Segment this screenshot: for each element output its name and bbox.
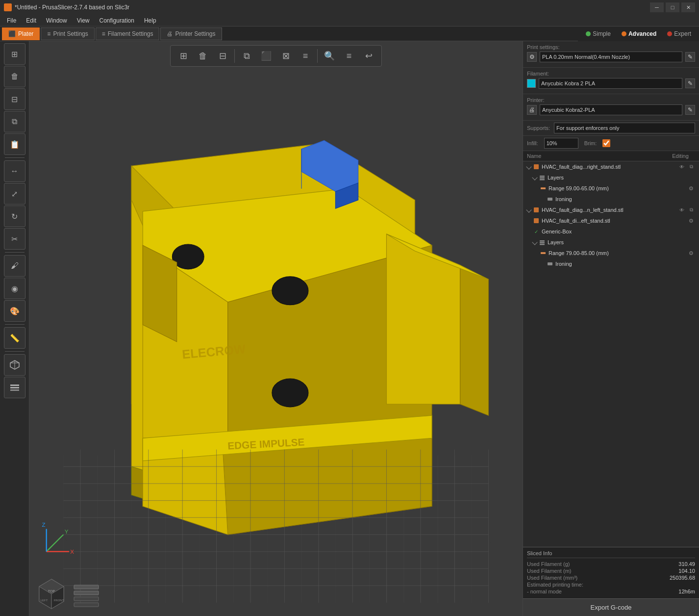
vp-copy-button[interactable]: ⧉ <box>238 48 255 64</box>
svg-rect-76 <box>548 198 552 201</box>
tree-item-layers-2[interactable]: Layers <box>523 237 699 248</box>
tree-item-range-1[interactable]: Range 59.00-65.00 (mm) ⚙ <box>523 183 699 194</box>
tab-plater[interactable]: ⬛ Plater <box>2 27 40 40</box>
cut-tool-button[interactable]: ✂ <box>4 228 25 250</box>
copy-btn-2[interactable] <box>687 206 695 214</box>
brim-checkbox[interactable] <box>602 139 610 147</box>
visibility-toggle-1[interactable] <box>678 163 686 171</box>
printer-edit-icon[interactable]: ✎ <box>685 105 695 115</box>
print-settings-row: ⚙ PLA 0.20mm Normal(0.4mm Nozzle) ✎ <box>527 51 695 62</box>
range-gear-1[interactable]: ⚙ <box>687 184 695 192</box>
menu-file[interactable]: File <box>2 16 21 25</box>
3d-view-button[interactable] <box>4 354 25 376</box>
svg-rect-66 <box>74 585 99 589</box>
print-time-mode-label: - normal mode <box>527 589 562 594</box>
tab-plater-label: Plater <box>18 30 33 37</box>
menu-help[interactable]: Help <box>139 16 161 25</box>
close-button[interactable]: ✕ <box>681 2 695 12</box>
paste-button[interactable]: 📋 <box>4 133 25 155</box>
ironing-label-2: Ironing <box>555 261 695 267</box>
tab-printer-settings[interactable]: 🖨 Printer Settings <box>160 27 222 40</box>
copy-btn-1[interactable] <box>687 163 695 171</box>
tree-item-subobj1[interactable]: HVAC_fault_di...eft_stand.stl ⚙ <box>523 215 699 226</box>
range-gear-2[interactable]: ⚙ <box>687 249 695 257</box>
fdm-paint-button[interactable]: 🎨 <box>4 300 25 322</box>
layers-label-2: Layers <box>548 239 695 245</box>
tree-item-ironing-1[interactable]: Ironing <box>523 194 699 205</box>
nav-cube-3d[interactable]: TOP LEFT FRONT <box>34 577 69 611</box>
support-paint-button[interactable]: 🖌 <box>4 255 25 277</box>
filament-edit-icon[interactable]: ✎ <box>685 78 695 88</box>
sliced-info-title: Sliced Info <box>527 550 695 558</box>
printer-select[interactable]: Anycubic Kobra2-PLA <box>540 104 682 115</box>
titlebar: *Untitled - PrusaSlicer-2.7.4 based on S… <box>0 0 699 15</box>
visibility-toggle-2[interactable] <box>678 206 686 214</box>
tab-print-settings[interactable]: ≡ Print Settings <box>41 27 94 40</box>
plater-icon: ⬛ <box>8 30 16 37</box>
menu-configuration[interactable]: Configuration <box>95 16 139 25</box>
maximize-button[interactable]: □ <box>666 2 679 12</box>
vp-instances-button[interactable]: ⬛ <box>257 48 275 64</box>
tree-item-ironing-2[interactable]: Ironing <box>523 258 699 269</box>
arrange-button[interactable]: ⊟ <box>4 88 25 110</box>
tab-filament-settings[interactable]: ≡ Filament Settings <box>96 27 160 40</box>
layers-label-1: Layers <box>548 175 695 180</box>
mode-advanced-button[interactable]: Advanced <box>618 29 660 38</box>
menu-window[interactable]: Window <box>41 16 72 25</box>
vp-undo-button[interactable]: ↩ <box>360 48 377 64</box>
tree-item-hvac-left[interactable]: HVAC_fault_diag...n_left_stand.stl <box>523 205 699 215</box>
filament-color-swatch[interactable] <box>527 79 536 88</box>
tree-item-range-2[interactable]: Range 79.00-85.00 (mm) ⚙ <box>523 248 699 258</box>
filament-g-row: Used Filament (g) 310.49 <box>527 561 695 567</box>
printer-section: Printer: 🖨 Anycubic Kobra2-PLA ✎ <box>523 94 699 121</box>
vp-arrange-button[interactable]: ⊟ <box>214 48 231 64</box>
add-object-button[interactable]: ⊞ <box>4 43 25 65</box>
menu-edit[interactable]: Edit <box>21 16 41 25</box>
tree-item-layers-1[interactable]: Layers <box>523 172 699 183</box>
delete-object-button[interactable]: 🗑 <box>4 66 25 87</box>
seam-paint-button[interactable]: ◉ <box>4 278 25 299</box>
filament-mm3-row: Used Filament (mm³) 250395.68 <box>527 575 695 581</box>
vp-split-button[interactable]: ⊠ <box>277 48 295 64</box>
rotate-tool-button[interactable]: ↻ <box>4 205 25 227</box>
scale-tool-button[interactable]: ⤢ <box>4 183 25 205</box>
mode-simple-button[interactable]: Simple <box>582 29 615 38</box>
layers-panel-icon[interactable] <box>72 579 101 609</box>
ironing-icon-2 <box>547 260 553 267</box>
printer-icon: 🖨 <box>527 105 537 115</box>
filament-select[interactable]: Anycubic Kobra 2 PLA <box>539 78 682 89</box>
filament-g-label: Used Filament (g) <box>527 561 570 567</box>
mode-expert-button[interactable]: Expert <box>663 29 695 38</box>
print-settings-select[interactable]: PLA 0.20mm Normal(0.4mm Nozzle) <box>540 51 682 62</box>
infill-select[interactable]: 10% <box>544 138 578 149</box>
vp-add-button[interactable]: ⊞ <box>175 48 192 64</box>
print-settings-edit-icon[interactable]: ✎ <box>685 52 695 62</box>
print-settings-config-icon[interactable]: ⚙ <box>527 52 537 62</box>
svg-rect-67 <box>74 591 99 595</box>
minimize-button[interactable]: ─ <box>650 2 664 12</box>
svg-point-22 <box>272 379 308 407</box>
tree-item-generic-box[interactable]: ✓ Generic-Box <box>523 226 699 237</box>
subobj-gear-1[interactable]: ⚙ <box>687 217 695 225</box>
range-label-2: Range 79.00-85.00 (mm) <box>549 250 687 256</box>
expert-dot <box>667 31 672 36</box>
vp-search-button[interactable]: 🔍 <box>321 48 338 64</box>
copy-button[interactable]: ⧉ <box>4 111 25 132</box>
menu-view[interactable]: View <box>72 16 95 25</box>
subobj-label-1: HVAC_fault_di...eft_stand.stl <box>542 218 687 224</box>
vp-layers-button[interactable]: ≡ <box>297 48 314 64</box>
viewport[interactable]: ⊞ 🗑 ⊟ ⧉ ⬛ ⊠ ≡ 🔍 ≡ ↩ <box>29 41 523 616</box>
supports-select[interactable]: For support enforcers only <box>554 123 695 133</box>
move-tool-button[interactable]: ↔ <box>4 160 25 182</box>
bottom-tools: TOP LEFT FRONT <box>34 577 101 611</box>
supports-label: Supports: <box>527 125 550 131</box>
ironing-label-1: Ironing <box>555 196 695 202</box>
vp-sep2 <box>317 49 318 63</box>
measure-tool-button[interactable]: 📏 <box>4 327 25 349</box>
layers-view-button[interactable] <box>4 377 25 398</box>
left-toolbar: ⊞ 🗑 ⊟ ⧉ 📋 ↔ ⤢ ↻ ✂ 🖌 ◉ 🎨 📏 <box>0 41 29 616</box>
vp-more-button[interactable]: ≡ <box>340 48 358 64</box>
vp-delete-button[interactable]: 🗑 <box>194 48 212 64</box>
tree-item-hvac-right[interactable]: HVAC_fault_diag...right_stand.stl <box>523 161 699 172</box>
export-gcode-button[interactable]: Export G-code <box>523 598 699 616</box>
